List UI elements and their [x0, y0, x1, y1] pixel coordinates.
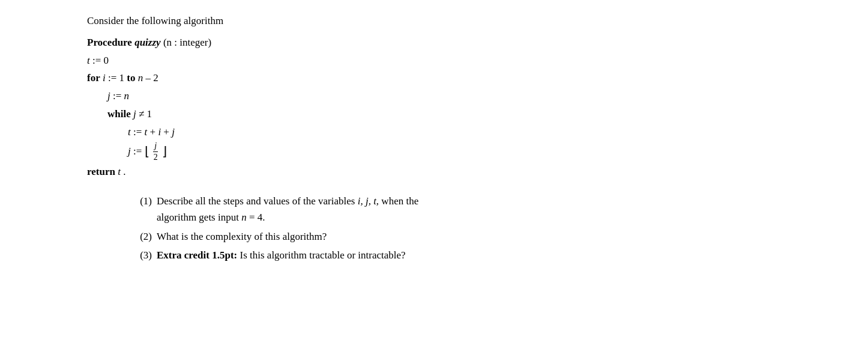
- q2-num: (2): [135, 228, 152, 245]
- q1-num: (1): [135, 193, 152, 225]
- q2-text: What is the complexity of this algorithm…: [157, 228, 627, 245]
- algorithm-block: Procedure quizzy (n : integer) t := 0 fo…: [87, 34, 627, 181]
- intro-text: Consider the following algorithm: [87, 15, 223, 26]
- return-line: return t .: [87, 163, 627, 181]
- q3-num: (3): [135, 247, 152, 263]
- q1-text: Describe all the steps and values of the…: [157, 193, 627, 225]
- procedure-param: (n : integer): [163, 37, 211, 48]
- fraction-j-2: j 2: [152, 141, 159, 163]
- main-content: Consider the following algorithm Procedu…: [87, 12, 627, 263]
- for-line: for i := 1 to n – 2: [87, 69, 627, 87]
- floor-left: ⌊: [145, 144, 149, 159]
- procedure-keyword: Procedure: [87, 37, 132, 48]
- floor-right: ⌋: [162, 144, 167, 159]
- question-3: (3) Extra credit 1.5pt: Is this algorith…: [135, 247, 627, 263]
- j-floor-line: j := ⌊ j 2 ⌋: [87, 141, 627, 163]
- while-line: while j ≠ 1: [87, 105, 627, 123]
- t-update-line: t := t + i + j: [87, 123, 627, 141]
- q3-text: Extra credit 1.5pt: Is this algorithm tr…: [157, 247, 627, 263]
- procedure-line: Procedure quizzy (n : integer): [87, 34, 627, 52]
- question-1: (1) Describe all the steps and values of…: [135, 193, 627, 225]
- questions-block: (1) Describe all the steps and values of…: [87, 193, 627, 263]
- j-assign-line: j := n: [87, 87, 627, 105]
- procedure-name: quizzy: [134, 37, 160, 48]
- question-2: (2) What is the complexity of this algor…: [135, 228, 627, 245]
- t-init-line: t := 0: [87, 52, 627, 70]
- intro-line: Consider the following algorithm: [87, 12, 627, 30]
